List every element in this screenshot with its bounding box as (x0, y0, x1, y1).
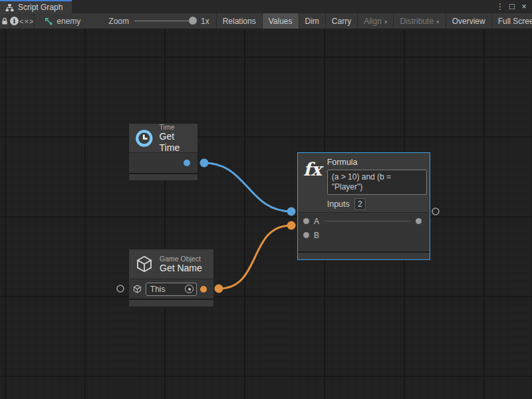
carry-button[interactable]: Carry (325, 13, 357, 29)
distribute-button[interactable]: Distribute ▾ (393, 13, 445, 29)
align-button[interactable]: Align ▾ (357, 13, 393, 29)
zoom-slider-handle[interactable] (189, 17, 197, 25)
object-picker-icon[interactable] (185, 285, 194, 293)
zoom-slider[interactable] (134, 21, 196, 21)
script-graph-asset-icon (44, 17, 53, 26)
inputs-count-field[interactable]: 2 (354, 198, 366, 210)
wire-endpoint-dot[interactable] (200, 159, 209, 168)
port-row-a: A (298, 214, 430, 228)
node-body (129, 152, 198, 173)
lock-button[interactable] (0, 13, 10, 29)
maximize-icon[interactable]: □ (507, 1, 517, 13)
wire-getname-to-formula-b[interactable] (219, 225, 291, 289)
node-title: Get Time (160, 131, 192, 152)
fullscreen-button[interactable]: Full Screen (491, 13, 532, 29)
script-graph-window: Script Graph ⋮ □ × i <×> enemy (0, 0, 532, 399)
window-menu-icon[interactable]: ⋮ (495, 1, 505, 13)
node-get-time[interactable]: Time Get Time (128, 123, 198, 181)
overview-button[interactable]: Overview (446, 13, 491, 29)
formula-output-port-unconnected[interactable] (432, 208, 439, 215)
formula-input-port-a[interactable] (303, 218, 309, 224)
port-label: A (314, 217, 319, 226)
dim-button[interactable]: Dim (299, 13, 325, 29)
title-bar: Script Graph ⋮ □ × (0, 0, 532, 13)
edit-source-button[interactable]: <×> (19, 13, 35, 29)
node-category: Game Object (160, 255, 202, 263)
node-ports: A B (298, 212, 430, 251)
inputs-label: Inputs (327, 200, 350, 209)
getname-output-port[interactable] (200, 286, 207, 293)
relations-button[interactable]: Relations (216, 13, 262, 29)
zoom-label: Zoom (108, 17, 129, 26)
node-category: Time (160, 123, 192, 131)
cube-icon-small (132, 284, 142, 294)
node-title: Formula (327, 158, 427, 167)
zoom-value: 1x (201, 17, 209, 26)
port-row-b: B (298, 228, 430, 242)
gettime-output-port[interactable] (184, 160, 190, 166)
getname-input-port-unconnected[interactable] (117, 285, 124, 292)
node-formula[interactable]: fx Formula (a > 10) and (b = "Player") I… (297, 152, 430, 260)
tab-title: Script Graph (18, 3, 63, 12)
port-label: B (314, 231, 319, 240)
value-flow-line (325, 221, 410, 221)
graph-name: enemy (57, 17, 80, 26)
chevron-down-icon: ▾ (436, 19, 440, 25)
target-value: This (150, 285, 185, 294)
clock-icon (134, 127, 154, 150)
window-controls: ⋮ □ × (495, 0, 532, 13)
formula-output-port[interactable] (416, 218, 422, 224)
node-title: Get Name (160, 263, 202, 273)
zoom-control: Zoom 1x (87, 13, 215, 29)
target-object-field[interactable]: This (146, 283, 197, 296)
chevron-down-icon: ▾ (384, 19, 388, 25)
wire-endpoint-dot[interactable] (287, 221, 296, 230)
lock-icon (0, 17, 9, 26)
node-get-name[interactable]: Game Object Get Name This (128, 249, 214, 307)
node-header: Game Object Get Name (129, 249, 213, 279)
node-footer (129, 173, 198, 180)
cube-icon (134, 254, 154, 274)
wire-gettime-to-formula-a[interactable] (204, 163, 291, 211)
graph-toolbar: i <×> enemy Zoom 1x Relations Value (0, 13, 532, 29)
wire-endpoint-dot[interactable] (215, 285, 223, 293)
toolbar-buttons: Relations Values Dim Carry Align ▾ Distr… (216, 13, 532, 29)
node-body: This (129, 279, 213, 299)
node-footer (298, 251, 430, 259)
info-icon: i (10, 17, 19, 25)
close-icon[interactable]: × (519, 1, 529, 13)
node-footer (129, 299, 213, 307)
graph-hierarchy-icon (5, 3, 14, 12)
node-header: Time Get Time (129, 124, 198, 152)
wire-layer (0, 30, 532, 399)
info-button[interactable]: i (10, 13, 19, 29)
tab-script-graph[interactable]: Script Graph (0, 0, 72, 13)
wire-endpoint-dot[interactable] (287, 207, 296, 216)
graph-canvas[interactable]: Time Get Time fx Formula (a > 10) and (b… (0, 30, 532, 399)
values-button[interactable]: Values (262, 13, 299, 29)
formula-input-port-b[interactable] (303, 232, 309, 238)
node-header: fx Formula (a > 10) and (b = "Player") I… (298, 153, 430, 212)
code-icon: <×> (19, 17, 34, 25)
fx-icon: fx (303, 158, 322, 210)
graph-breadcrumb[interactable]: enemy (35, 13, 87, 29)
formula-expression-input[interactable]: (a > 10) and (b = "Player") (327, 170, 427, 195)
